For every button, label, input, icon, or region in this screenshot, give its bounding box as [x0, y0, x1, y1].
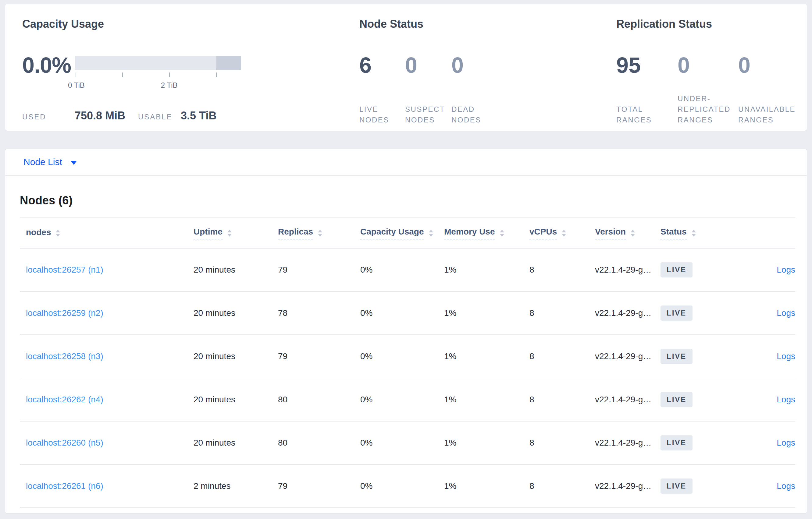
sort-icon: [227, 230, 232, 237]
unavailable-ranges-label: UNAVAILABLE RANGES: [738, 104, 798, 125]
node-list-card: Node List Nodes (6) nodes Uptime Replica…: [5, 149, 807, 514]
table-row-n5: localhost:26260 (n5) 20 minutes 80 0% 1%…: [20, 422, 795, 465]
sort-icon: [318, 230, 322, 237]
node-list-body: Nodes (6) nodes Uptime Replicas: [5, 176, 807, 508]
axis-tick: [76, 72, 76, 77]
column-header-label: nodes: [26, 227, 51, 239]
column-header-vcpus[interactable]: vCPUs: [529, 227, 595, 239]
column-header-label: Version: [595, 227, 626, 239]
status-badge: LIVE: [661, 262, 693, 277]
nodes-heading: Nodes (6): [20, 194, 795, 207]
memory-use-cell: 1%: [444, 395, 529, 404]
vcpus-cell: 8: [529, 481, 595, 491]
replicas-cell: 79: [278, 265, 360, 275]
capacity-bar-remainder: [216, 56, 241, 70]
table-row-n2: localhost:26259 (n2) 20 minutes 78 0% 1%…: [20, 292, 795, 335]
under-replicated-ranges-label: UNDER-REPLICATED RANGES: [677, 93, 734, 125]
dead-nodes-value: 0: [452, 53, 464, 78]
version-cell: v22.1.4-29-g…: [595, 308, 661, 318]
capacity-usage-section: Capacity Usage 0.0% 0 TiB 2 TiB USED 7: [5, 4, 357, 131]
uptime-cell: 20 minutes: [194, 352, 278, 361]
status-badge: LIVE: [661, 435, 693, 451]
logs-link[interactable]: Logs: [777, 395, 795, 404]
used-label: USED: [22, 113, 75, 121]
node-status-section: Node Status 6 0 0 LIVE NODES SUSPECT NOD…: [357, 4, 614, 131]
vcpus-cell: 8: [529, 352, 595, 361]
capacity-usage-cell: 0%: [360, 481, 444, 491]
column-header-label: Capacity Usage: [360, 227, 424, 239]
column-header-capacity-usage[interactable]: Capacity Usage: [360, 227, 444, 239]
nodes-table: nodes Uptime Replicas Capacity Usage: [20, 217, 795, 508]
vcpus-cell: 8: [529, 265, 595, 275]
uptime-cell: 20 minutes: [194, 308, 278, 318]
usable-value: 3.5 TiB: [181, 109, 216, 122]
node-address-link[interactable]: localhost:26261 (n6): [26, 481, 103, 491]
node-status-title: Node Status: [359, 18, 614, 30]
table-row-n1: localhost:26257 (n1) 20 minutes 79 0% 1%…: [20, 248, 795, 292]
column-header-version[interactable]: Version: [595, 227, 661, 239]
nodes-table-header: nodes Uptime Replicas Capacity Usage: [20, 218, 795, 248]
under-replicated-ranges-value: 0: [677, 53, 690, 78]
live-nodes-value: 6: [359, 53, 372, 78]
replicas-cell: 78: [278, 308, 360, 318]
version-cell: v22.1.4-29-g…: [595, 352, 661, 361]
axis-tick-label: 0 TiB: [68, 81, 85, 90]
node-address-link[interactable]: localhost:26262 (n4): [26, 395, 103, 404]
column-header-memory-use[interactable]: Memory Use: [444, 227, 529, 239]
logs-link[interactable]: Logs: [777, 352, 795, 361]
column-header-replicas[interactable]: Replicas: [278, 227, 360, 239]
sort-icon: [56, 230, 60, 237]
axis-tick: [169, 72, 170, 77]
column-header-label: Replicas: [278, 227, 313, 239]
capacity-usage-cell: 0%: [360, 438, 444, 448]
unavailable-ranges-value: 0: [738, 53, 750, 78]
status-badge: LIVE: [661, 349, 693, 364]
suspect-nodes-label: SUSPECT NODES: [405, 104, 445, 125]
live-nodes-label: LIVE NODES: [359, 104, 399, 125]
usable-label: USABLE: [138, 113, 181, 121]
sort-icon: [692, 230, 696, 237]
node-list-dropdown[interactable]: Node List: [5, 149, 807, 176]
replication-status-title: Replication Status: [616, 18, 807, 30]
total-ranges-label: TOTAL RANGES: [616, 104, 673, 125]
status-badge: LIVE: [661, 392, 693, 407]
sort-icon: [500, 230, 504, 237]
logs-link[interactable]: Logs: [777, 308, 795, 318]
version-cell: v22.1.4-29-g…: [595, 481, 661, 491]
replicas-cell: 79: [278, 352, 360, 361]
uptime-cell: 20 minutes: [194, 265, 278, 275]
node-address-link[interactable]: localhost:26257 (n1): [26, 265, 103, 274]
memory-use-cell: 1%: [444, 438, 529, 448]
vcpus-cell: 8: [529, 308, 595, 318]
uptime-cell: 2 minutes: [194, 481, 278, 491]
column-header-status[interactable]: Status: [661, 227, 741, 239]
used-value: 750.8 MiB: [75, 109, 138, 122]
capacity-usage-cell: 0%: [360, 352, 444, 361]
vcpus-cell: 8: [529, 395, 595, 404]
replicas-cell: 79: [278, 481, 360, 491]
column-header-nodes[interactable]: nodes: [26, 227, 194, 239]
node-list-dropdown-label[interactable]: Node List: [24, 157, 62, 167]
column-header-label: vCPUs: [529, 227, 557, 239]
version-cell: v22.1.4-29-g…: [595, 265, 661, 275]
node-address-link[interactable]: localhost:26258 (n3): [26, 352, 103, 361]
chevron-down-icon: [71, 161, 77, 165]
column-header-label: Memory Use: [444, 227, 495, 239]
cluster-summary-card: Capacity Usage 0.0% 0 TiB 2 TiB USED 7: [5, 4, 807, 131]
uptime-cell: 20 minutes: [194, 438, 278, 448]
cluster-overview-page: Capacity Usage 0.0% 0 TiB 2 TiB USED 7: [0, 0, 812, 514]
vcpus-cell: 8: [529, 438, 595, 448]
logs-link[interactable]: Logs: [777, 438, 795, 448]
table-row-n6: localhost:26261 (n6) 2 minutes 79 0% 1% …: [20, 465, 795, 508]
node-address-link[interactable]: localhost:26260 (n5): [26, 438, 103, 448]
logs-link[interactable]: Logs: [777, 481, 795, 491]
capacity-usage-cell: 0%: [360, 395, 444, 404]
logs-link[interactable]: Logs: [777, 265, 795, 275]
replicas-cell: 80: [278, 438, 360, 448]
table-row-n3: localhost:26258 (n3) 20 minutes 79 0% 1%…: [20, 335, 795, 378]
capacity-usage-bar: 0 TiB 2 TiB: [75, 56, 241, 76]
column-header-uptime[interactable]: Uptime: [194, 227, 278, 239]
node-address-link[interactable]: localhost:26259 (n2): [26, 308, 103, 318]
version-cell: v22.1.4-29-g…: [595, 395, 661, 404]
dead-nodes-label: DEAD NODES: [452, 104, 491, 125]
